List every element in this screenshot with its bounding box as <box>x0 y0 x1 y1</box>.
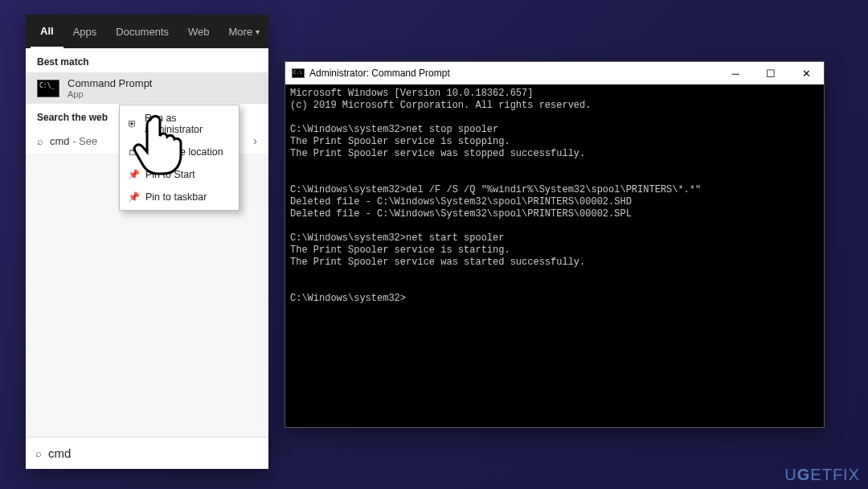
command-prompt-icon <box>37 80 59 97</box>
window-title: Administrator: Command Prompt <box>309 68 718 79</box>
tab-documents[interactable]: Documents <box>106 14 178 48</box>
chevron-right-icon: › <box>253 134 257 147</box>
search-icon: ⌕ <box>37 135 43 147</box>
web-query: cmd <box>50 135 70 147</box>
command-prompt-window: Administrator: Command Prompt ─ ☐ ✕ Micr… <box>285 61 825 428</box>
ctx-pin-to-start[interactable]: 📌 Pin to Start <box>120 163 239 186</box>
result-subtitle: App <box>68 89 152 99</box>
search-icon: ⌕ <box>35 447 42 459</box>
tab-all[interactable]: All <box>31 14 63 48</box>
folder-icon: 🗀 <box>128 146 139 158</box>
tab-apps[interactable]: Apps <box>63 14 107 48</box>
web-query-suffix: - See <box>70 135 98 147</box>
search-input-row: ⌕ <box>26 437 268 469</box>
windows-search-panel: All Apps Documents Web More▾ Best match … <box>26 14 268 469</box>
context-menu: ⛨ Run as administrator 🗀 Open file locat… <box>119 105 240 211</box>
ctx-label: Pin to taskbar <box>145 191 207 203</box>
ctx-run-as-administrator[interactable]: ⛨ Run as administrator <box>120 107 239 141</box>
command-prompt-icon <box>292 68 305 78</box>
pin-start-icon: 📌 <box>128 169 139 180</box>
admin-icon: ⛨ <box>128 118 138 129</box>
best-match-result[interactable]: Command Prompt App <box>26 72 268 104</box>
minimize-button[interactable]: ─ <box>718 62 753 84</box>
watermark: UGETFIX <box>784 466 860 484</box>
ctx-label: Open file location <box>145 146 223 158</box>
close-button[interactable]: ✕ <box>788 62 824 84</box>
result-title: Command Prompt <box>68 77 152 89</box>
maximize-button[interactable]: ☐ <box>753 62 788 84</box>
ctx-pin-to-taskbar[interactable]: 📌 Pin to taskbar <box>120 186 239 208</box>
chevron-down-icon: ▾ <box>256 27 260 36</box>
tab-web[interactable]: Web <box>178 14 219 48</box>
window-titlebar[interactable]: Administrator: Command Prompt ─ ☐ ✕ <box>285 62 824 84</box>
tab-more[interactable]: More▾ <box>219 14 270 48</box>
search-scope-tabs: All Apps Documents Web More▾ <box>26 14 268 48</box>
ctx-label: Pin to Start <box>145 169 195 180</box>
pin-taskbar-icon: 📌 <box>128 191 139 203</box>
ctx-open-file-location[interactable]: 🗀 Open file location <box>120 141 239 163</box>
terminal-output[interactable]: Microsoft Windows [Version 10.0.18362.65… <box>285 84 824 427</box>
ctx-label: Run as administrator <box>145 113 231 135</box>
search-input[interactable] <box>48 446 259 460</box>
best-match-label: Best match <box>26 48 268 72</box>
